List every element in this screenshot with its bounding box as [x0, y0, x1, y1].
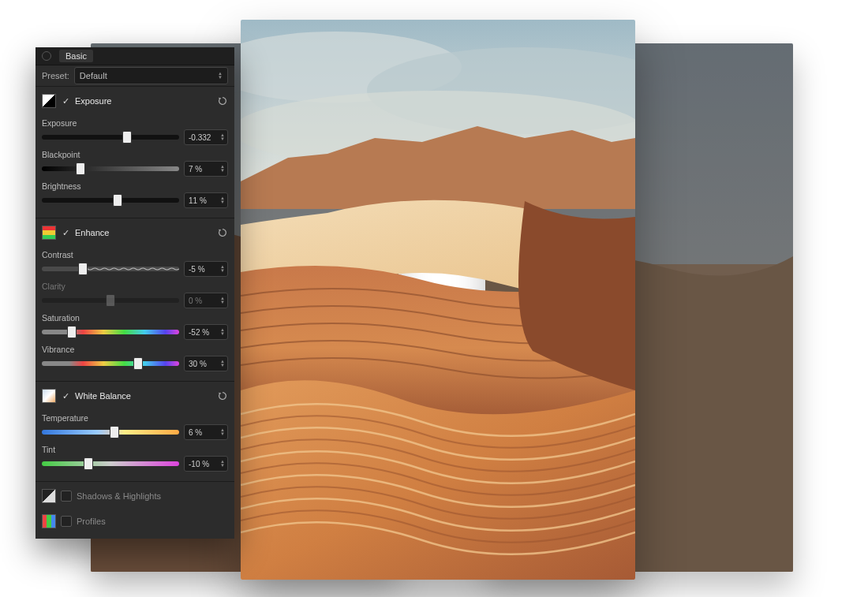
contrast-value[interactable]: -5 %▲▼ — [184, 261, 228, 277]
contrast-slider[interactable] — [42, 267, 179, 271]
temperature-value[interactable]: 6 %▲▼ — [184, 424, 228, 440]
panel-header: Basic — [36, 47, 234, 65]
exposure-icon — [42, 94, 56, 108]
saturation-slider[interactable] — [42, 330, 179, 334]
clarity-slider-label: Clarity — [42, 282, 228, 291]
tint-value[interactable]: -10 %▲▼ — [184, 456, 228, 472]
white-balance-toggle[interactable]: ✓ — [61, 391, 70, 401]
blackpoint-slider-label: Blackpoint — [42, 150, 228, 159]
panel-options-icon[interactable] — [42, 51, 51, 61]
panel-tab-basic[interactable]: Basic — [59, 50, 93, 62]
clarity-slider[interactable] — [42, 298, 179, 303]
section-shadows-highlights-header[interactable]: Shadows & Highlights — [36, 485, 234, 507]
stepper-icon: ▲▼ — [220, 265, 225, 273]
saturation-slider-label: Saturation — [42, 313, 228, 323]
vibrance-slider-label: Vibrance — [42, 345, 228, 354]
blackpoint-slider[interactable] — [42, 166, 179, 171]
white-balance-title: White Balance — [75, 391, 131, 401]
clarity-value[interactable]: 0 %▲▼ — [184, 293, 228, 308]
preset-row: Preset: Default ▲▼ — [36, 65, 234, 87]
exposure-value[interactable]: -0.332▲▼ — [184, 129, 228, 145]
adjustments-panel: Basic Preset: Default ▲▼ ✓ Exposure Expo… — [36, 47, 234, 539]
tint-slider[interactable] — [42, 461, 179, 466]
section-enhance-header[interactable]: ✓ Enhance — [36, 222, 234, 244]
preset-label: Preset: — [42, 71, 69, 80]
enhance-icon — [42, 226, 56, 240]
shadows-highlights-icon — [42, 489, 56, 503]
stepper-icon: ▲▼ — [220, 196, 225, 204]
shadows-highlights-toggle[interactable] — [61, 491, 72, 502]
profiles-title: Profiles — [77, 517, 106, 526]
section-whitebalance-header[interactable]: ✓ White Balance — [36, 385, 234, 407]
exposure-title: Exposure — [75, 96, 111, 106]
saturation-value[interactable]: -52 %▲▼ — [184, 324, 228, 340]
preset-value: Default — [80, 71, 107, 80]
reset-icon[interactable] — [217, 390, 228, 401]
section-profiles-header[interactable]: Profiles — [36, 510, 234, 532]
enhance-toggle[interactable]: ✓ — [61, 228, 70, 237]
enhance-title: Enhance — [75, 228, 109, 237]
brightness-value[interactable]: 11 %▲▼ — [184, 192, 228, 208]
stepper-icon: ▲▼ — [218, 72, 223, 80]
section-exposure-header[interactable]: ✓ Exposure — [36, 90, 234, 112]
vibrance-slider[interactable] — [42, 361, 179, 366]
foreground-photo — [241, 20, 635, 580]
temperature-slider-label: Temperature — [42, 413, 228, 423]
profiles-icon — [42, 514, 56, 528]
brightness-slider[interactable] — [42, 198, 179, 203]
stepper-icon: ▲▼ — [220, 133, 225, 141]
profiles-toggle[interactable] — [61, 516, 72, 527]
tint-slider-label: Tint — [42, 445, 228, 454]
stepper-icon: ▲▼ — [220, 165, 225, 173]
reset-icon[interactable] — [217, 95, 228, 106]
stepper-icon: ▲▼ — [220, 297, 225, 304]
stepper-icon: ▲▼ — [220, 428, 225, 436]
white-balance-icon — [42, 389, 56, 403]
temperature-slider[interactable] — [42, 430, 179, 435]
stepper-icon: ▲▼ — [220, 360, 225, 368]
preset-select[interactable]: Default ▲▼ — [74, 67, 228, 84]
shadows-highlights-title: Shadows & Highlights — [77, 491, 161, 501]
exposure-toggle[interactable]: ✓ — [61, 96, 70, 106]
exposure-slider-label: Exposure — [42, 118, 228, 128]
reset-icon[interactable] — [217, 227, 228, 238]
stepper-icon: ▲▼ — [220, 460, 225, 468]
stepper-icon: ▲▼ — [220, 328, 225, 336]
vibrance-value[interactable]: 30 %▲▼ — [184, 356, 228, 371]
brightness-slider-label: Brightness — [42, 181, 228, 191]
contrast-slider-label: Contrast — [42, 250, 228, 259]
blackpoint-value[interactable]: 7 %▲▼ — [184, 161, 228, 177]
exposure-slider[interactable] — [42, 135, 179, 140]
